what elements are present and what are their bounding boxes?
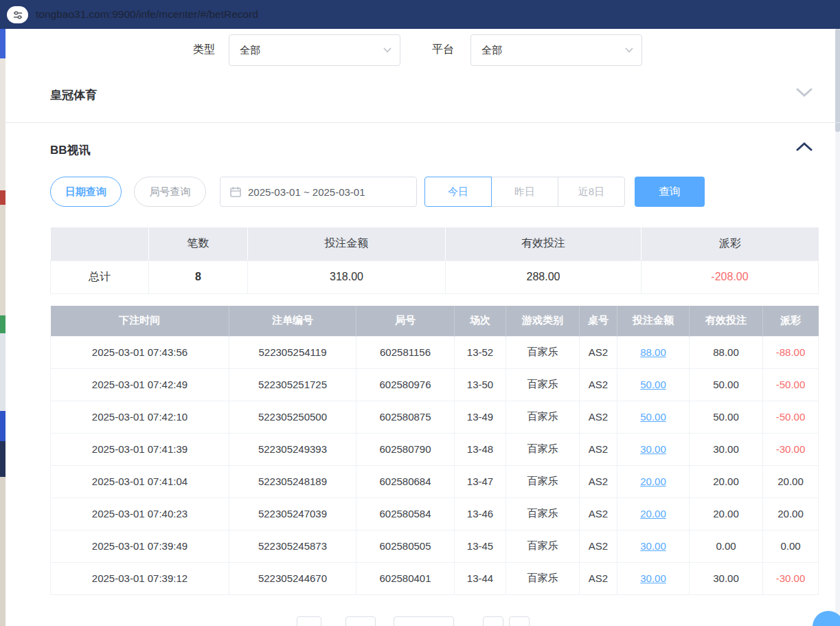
- today-button[interactable]: 今日: [424, 177, 492, 207]
- chevron-down-icon: [625, 47, 633, 53]
- cell-bet: 50.00: [617, 401, 690, 433]
- cell-payout: -30.00: [763, 562, 819, 594]
- cell-session: 13-50: [455, 368, 506, 401]
- platform-label: 平台: [432, 43, 454, 57]
- summary-row-label: 总计: [51, 260, 149, 293]
- bet-amount-link[interactable]: 88.00: [640, 346, 666, 358]
- cell-payout: -50.00: [763, 401, 819, 433]
- cell-session: 13-52: [455, 336, 506, 368]
- cell-bet: 50.00: [617, 368, 690, 401]
- bet-amount-link[interactable]: 30.00: [640, 443, 666, 455]
- pagination-size-select[interactable]: [394, 616, 454, 626]
- cell-table-no: AS2: [580, 465, 617, 498]
- pagination-next-button[interactable]: [483, 616, 503, 626]
- cell-table-no: AS2: [580, 401, 617, 433]
- cell-order-no: 522305245873: [229, 530, 356, 562]
- bet-amount-link[interactable]: 50.00: [640, 411, 666, 423]
- bet-amount-link[interactable]: 20.00: [640, 476, 666, 487]
- platform-select-value: 全部: [481, 44, 502, 57]
- cell-session: 13-47: [455, 465, 506, 498]
- summary-total-row: 总计 8 318.00 288.00 -208.00: [51, 260, 819, 293]
- cell-game-type: 百家乐: [506, 368, 580, 401]
- type-label: 类型: [193, 43, 215, 57]
- summary-bet-amount: 318.00: [248, 260, 446, 293]
- cell-game-type: 百家乐: [506, 530, 580, 562]
- cell-order-no: 522305251725: [229, 368, 356, 401]
- cell-order-no: 522305247039: [229, 498, 356, 530]
- table-row: 2025-03-01 07:39:12 522305244670 6025804…: [51, 562, 819, 594]
- cell-table-no: AS2: [580, 498, 617, 530]
- cell-game-type: 百家乐: [506, 562, 580, 594]
- pagination-page-button[interactable]: [345, 616, 376, 626]
- cell-session: 13-46: [455, 498, 506, 530]
- header-valid-bet: 有效投注: [690, 306, 763, 336]
- bet-amount-link[interactable]: 50.00: [640, 379, 666, 390]
- cell-bet: 30.00: [617, 433, 690, 465]
- cell-bet: 20.00: [617, 465, 690, 498]
- cell-valid: 88.00: [690, 336, 763, 368]
- section-bb-video-toggle[interactable]: [796, 142, 813, 154]
- cell-order-no: 522305254119: [229, 336, 356, 368]
- cell-session: 13-44: [455, 562, 506, 594]
- pagination-prev-button[interactable]: [297, 616, 321, 626]
- section-crown-sports-toggle[interactable]: [796, 88, 813, 100]
- cell-round-no: 602581156: [356, 336, 455, 368]
- background-page-strip: [0, 29, 5, 626]
- summary-payout: -208.00: [642, 260, 819, 293]
- cell-time: 2025-03-01 07:42:49: [51, 368, 229, 401]
- cell-time: 2025-03-01 07:41:04: [51, 465, 229, 498]
- search-button[interactable]: 查询: [635, 177, 705, 207]
- cell-game-type: 百家乐: [506, 465, 580, 498]
- table-row: 2025-03-01 07:42:49 522305251725 6025809…: [51, 368, 819, 401]
- cell-bet: 30.00: [617, 562, 690, 594]
- cell-round-no: 602580875: [356, 401, 455, 433]
- section-divider: [5, 122, 840, 123]
- site-info-button[interactable]: [7, 6, 28, 23]
- platform-select[interactable]: 全部: [470, 34, 642, 66]
- cell-payout: 20.00: [763, 498, 819, 530]
- header-bet-amount: 投注金额: [617, 306, 690, 336]
- cell-round-no: 602580584: [356, 498, 455, 530]
- last8days-button[interactable]: 近8日: [558, 177, 625, 207]
- header-round-no: 局号: [356, 306, 455, 336]
- cell-valid: 50.00: [690, 368, 763, 401]
- summary-count: 8: [149, 260, 248, 293]
- yesterday-button[interactable]: 昨日: [491, 177, 558, 207]
- cell-valid: 50.00: [690, 401, 763, 433]
- date-range-picker[interactable]: 2025-03-01 ~ 2025-03-01: [220, 177, 417, 207]
- cell-order-no: 522305248189: [229, 465, 356, 498]
- summary-header-bet: 投注金额: [248, 227, 446, 260]
- cell-time: 2025-03-01 07:42:10: [51, 401, 229, 433]
- cell-bet: 88.00: [617, 336, 690, 368]
- cell-payout: 0.00: [763, 530, 819, 562]
- summary-table: 笔数 投注金额 有效投注 派彩 总计 8 318.00 288.00 -208.…: [50, 227, 819, 294]
- cell-round-no: 602580505: [356, 530, 455, 562]
- date-range-value: 2025-03-01 ~ 2025-03-01: [248, 186, 365, 198]
- url-text[interactable]: tongbao31.com:9900/infe/mcenter/#/betRec…: [36, 0, 258, 29]
- bet-amount-link[interactable]: 20.00: [640, 508, 666, 519]
- header-payout: 派彩: [763, 306, 819, 336]
- section-bb-video-title: BB视讯: [50, 142, 91, 158]
- date-query-tab[interactable]: 日期查询: [50, 177, 122, 207]
- type-select[interactable]: 全部: [229, 34, 400, 66]
- summary-header-row: 笔数 投注金额 有效投注 派彩: [51, 227, 819, 260]
- cell-round-no: 602580790: [356, 433, 455, 465]
- round-query-tab[interactable]: 局号查询: [134, 177, 206, 207]
- bet-amount-link[interactable]: 30.00: [640, 540, 666, 552]
- floating-action-button[interactable]: [813, 611, 840, 626]
- cell-bet: 30.00: [617, 530, 690, 562]
- bet-amount-link[interactable]: 30.00: [640, 572, 666, 584]
- cell-time: 2025-03-01 07:39:49: [51, 530, 229, 562]
- header-table-no: 桌号: [580, 306, 617, 336]
- pagination-jump-input[interactable]: [509, 616, 530, 626]
- scrollbar[interactable]: [835, 29, 840, 626]
- header-bet-time: 下注时间: [51, 306, 229, 336]
- chevron-down-icon: [796, 88, 813, 98]
- table-row: 2025-03-01 07:39:49 522305245873 6025805…: [51, 530, 819, 562]
- header-order-no: 注单编号: [229, 306, 356, 336]
- cell-bet: 20.00: [617, 498, 690, 530]
- scrollbar-thumb[interactable]: [835, 29, 840, 132]
- cell-time: 2025-03-01 07:43:56: [51, 336, 229, 368]
- table-row: 2025-03-01 07:40:23 522305247039 6025805…: [51, 498, 819, 530]
- cell-session: 13-45: [455, 530, 506, 562]
